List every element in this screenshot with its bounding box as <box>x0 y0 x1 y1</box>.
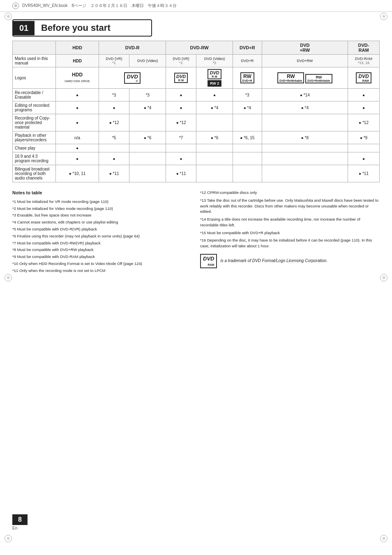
notes-right-list: *12 CPRM-compatible discs only*13 Take t… <box>200 190 380 249</box>
reg-mark-br: ⊕ <box>380 534 388 543</box>
marks-dvdr-vr: DVD (VR) *1 <box>99 55 129 67</box>
cell-dvdrw_vr: ● <box>166 152 196 165</box>
top-bar: ⊕ DVR540H_WV_EN.book 8ページ ２０６年２月１６日 木曜日 … <box>0 0 392 12</box>
marks-dvdrw-vr: DVD (VR) *1 <box>166 55 196 67</box>
cell-dvd_plus_r: ● *6, 15 <box>233 131 262 144</box>
reg-mark-bl: ⊕ <box>4 534 12 543</box>
logo-dvdrw1: DVDR W <box>174 73 188 83</box>
cell-dvdrw_video: ● <box>196 89 233 101</box>
marks-dvdrw-video-text: DVD (Video) <box>198 57 231 61</box>
marks-label: Marks used in this manual <box>13 55 56 67</box>
logo-dvdrw1-cell: DVDR W <box>166 67 196 89</box>
cell-hdd: ● <box>56 152 99 165</box>
notes-right-col: *12 CPRM-compatible discs only*13 Take t… <box>200 190 380 274</box>
dvd-trademark-logo: DVDRAM <box>200 254 217 268</box>
note-item: *1 Must be initialized for VR mode recor… <box>12 199 192 205</box>
cell-dvdr_video: ● *4 <box>129 101 166 114</box>
cell-dvdr_video: ● *6 <box>129 131 166 144</box>
logo-dvdplusrw-bot: RWDVD+ReWritable <box>305 74 332 83</box>
marks-dvdr-vr-text: DVD (VR) <box>101 57 127 61</box>
cell-label: Bilingual broadcast recording of both au… <box>13 165 56 182</box>
page-footer: 8 En <box>12 514 28 530</box>
col-header-dvdram: DVD-RAM <box>348 41 380 55</box>
note-item: *15 Must be compatible with DVD+R playba… <box>200 230 380 236</box>
cell-dvdr_vr: ● <box>99 152 129 165</box>
logo-dvdplusrw-cell: RWDVD+ReWritable RWDVD+ReWritable <box>262 67 348 89</box>
note-item: *7 Must be compatible with DVD-RW(VR) pl… <box>12 240 192 246</box>
cell-hdd: ● <box>56 101 99 114</box>
compat-table: HDD DVD-R DVD-RW DVD+R DVD+RW DVD-RAM Ma… <box>12 41 380 182</box>
cell-dvdrw_video <box>196 144 233 152</box>
cell-dvd_plus_r <box>233 165 262 182</box>
cell-dvd_ram: ● *12 <box>348 114 380 131</box>
cell-dvd_plus_r: *3 <box>233 89 262 101</box>
cell-label: 16:9 and 4:3 program recording <box>13 152 56 165</box>
note-item: *11 Only when the recording mode is not … <box>12 268 192 274</box>
page-number: 8 <box>12 514 28 525</box>
reg-mark-tl: ⊕ <box>4 12 12 21</box>
top-bar-text: DVR540H_WV_EN.book 8ページ ２０６年２月１６日 木曜日 午後… <box>22 3 177 9</box>
reg-mark-tr: ⊕ <box>380 12 388 21</box>
notes-section: Notes to table *1 Must be initialized fo… <box>12 190 380 274</box>
note-item: *3 Erasable, but free space does not inc… <box>12 212 192 218</box>
cell-dvdr_vr: ● *11 <box>99 165 129 182</box>
logo-dvdr-cell: DVDR <box>99 67 166 89</box>
logo-dvdrw2a: DVDR W <box>208 69 221 79</box>
cell-label: Editing of recorded programs <box>13 101 56 114</box>
marks-dvdr-video-text: DVD (Video) <box>131 59 164 63</box>
cell-dvdr_video <box>129 152 166 165</box>
col-header-hdd: HDD <box>56 41 99 55</box>
note-item: *8 Must be compatible with DVD+RW playba… <box>12 247 192 253</box>
cell-dvd_plus_rw <box>262 144 348 152</box>
cell-dvd_plus_rw <box>262 114 348 131</box>
note-item: *10 Only when HDD Recording Format is se… <box>12 261 192 267</box>
cell-dvdr_video <box>129 144 166 152</box>
cell-dvd_ram <box>348 144 380 152</box>
cell-dvd_ram: ● <box>348 89 380 101</box>
cell-dvd_ram: ● *11 <box>348 165 380 182</box>
logo-dvdplusr-cell: RWDVD+R <box>233 67 262 89</box>
col-header-empty <box>13 41 56 55</box>
table-row: Editing of recorded programs●●● *4●● *4●… <box>13 101 380 114</box>
cell-dvdrw_video <box>196 152 233 165</box>
cell-hdd: ● *10, 11 <box>56 165 99 182</box>
cell-label: Recording of Copy-once protected materia… <box>13 114 56 131</box>
cell-dvdrw_vr: ● <box>166 89 196 101</box>
cell-dvd_ram: ● *9 <box>348 131 380 144</box>
cell-dvd_plus_r <box>233 114 262 131</box>
cell-dvdrw_video <box>196 114 233 131</box>
marks-dvdplusr-text: DVD+R <box>235 59 259 63</box>
cell-dvdr_vr: ● <box>99 101 129 114</box>
chapter-title: Before you start <box>35 20 117 36</box>
marks-dvdplusrw-text: DVD+RW <box>264 59 346 63</box>
cell-dvd_plus_rw: ● *4 <box>262 101 348 114</box>
cell-dvdrw_vr <box>166 144 196 152</box>
marks-dvdr-video: DVD (Video) <box>129 55 166 67</box>
cell-dvdrw_vr: ● *11 <box>166 165 196 182</box>
cell-dvd_plus_rw <box>262 152 348 165</box>
col-header-dvdrw: DVD-RW <box>166 41 233 55</box>
cell-dvd_plus_rw <box>262 165 348 182</box>
cell-dvdrw_vr: ● *12 <box>166 114 196 131</box>
cell-dvdrw_vr: ● <box>166 101 196 114</box>
cell-dvdr_video <box>129 165 166 182</box>
marks-dvdram-note: *13, 16 <box>350 61 377 65</box>
logo-dvdrw2-cell: DVDR W RW 2 <box>196 67 233 89</box>
marks-dvdr-note: *1 <box>101 61 127 65</box>
note-item: *4 Cannot erase sections, edit chapters … <box>12 219 192 225</box>
cell-dvdrw_video: ● *4 <box>196 101 233 114</box>
notes-title: Notes to table <box>12 190 192 196</box>
dvd-trademark-text: is a trademark of DVD Format/Logo Licens… <box>220 258 327 264</box>
cell-dvd_plus_r <box>233 144 262 152</box>
col-header-dvdr: DVD-R <box>99 41 166 55</box>
note-item: *2 Must be initialized for Video mode re… <box>12 206 192 212</box>
cell-label: Re-recordable / Erasable <box>13 89 56 101</box>
marks-dvdrw-video: DVD (Video) *2 <box>196 55 233 67</box>
chapter-header: 01 Before you start <box>12 19 152 37</box>
cell-dvd_plus_rw: ● *8 <box>262 131 348 144</box>
logo-rw2-badge: RW 2 <box>208 80 221 87</box>
chapter-number: 01 <box>13 21 35 35</box>
cell-dvd_ram: ● <box>348 101 380 114</box>
note-item: *12 CPRM-compatible discs only <box>200 190 380 196</box>
cell-dvd_plus_r: ● *4 <box>233 101 262 114</box>
